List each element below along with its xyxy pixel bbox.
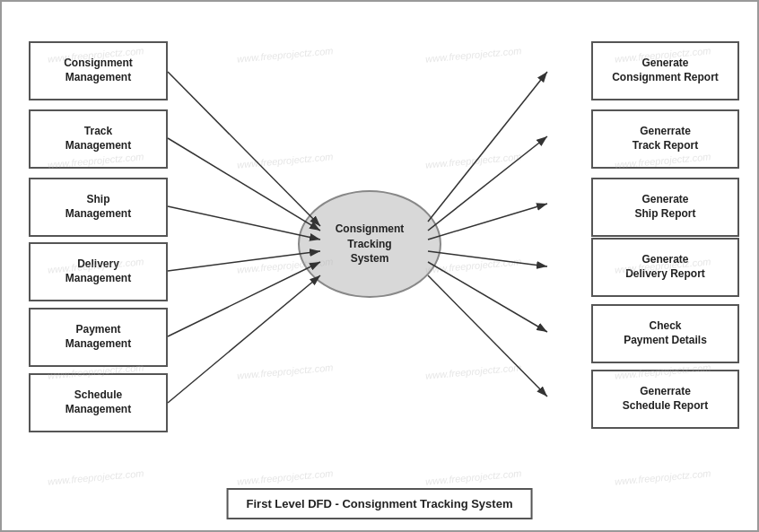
main-container: www.freeprojectz.com www.freeprojectz.co…: [0, 0, 759, 532]
svg-line-11: [428, 262, 547, 332]
svg-line-5: [168, 262, 320, 336]
gen-track-box: GenerrateTrack Report: [591, 109, 739, 169]
gen-ship-label: GenerateShip Report: [635, 193, 696, 221]
track-mgmt-box: TrackManagement: [29, 109, 168, 169]
center-label: ConsignmentTrackingSystem: [336, 222, 405, 266]
gen-ship-box: GenerateShip Report: [591, 178, 739, 237]
svg-line-1: [168, 72, 320, 226]
track-mgmt-label: TrackManagement: [65, 125, 131, 153]
consignment-mgmt-label: ConsignmentManagement: [64, 57, 133, 84]
delivery-mgmt-box: DeliveryManagement: [29, 242, 168, 301]
svg-line-8: [428, 136, 547, 231]
check-payment-box: CheckPayment Details: [591, 304, 739, 363]
payment-mgmt-label: PaymentManagement: [65, 323, 131, 351]
gen-schedule-label: GenerrateSchedule Report: [623, 385, 708, 413]
schedule-mgmt-box: ScheduleManagement: [29, 373, 168, 432]
check-payment-label: CheckPayment Details: [624, 319, 707, 347]
svg-line-3: [168, 206, 320, 240]
gen-consignment-box: GenerateConsignment Report: [591, 41, 739, 100]
bottom-label: First Level DFD - Consignment Tracking S…: [227, 488, 533, 519]
svg-line-10: [428, 251, 547, 266]
svg-line-6: [168, 275, 320, 403]
gen-consignment-label: GenerateConsignment Report: [612, 57, 719, 84]
bottom-label-text: First Level DFD - Consignment Tracking S…: [247, 497, 513, 510]
ship-mgmt-box: ShipManagement: [29, 178, 168, 237]
gen-track-label: GenerrateTrack Report: [632, 125, 698, 153]
svg-line-12: [428, 275, 547, 397]
gen-schedule-box: GenerrateSchedule Report: [591, 370, 739, 429]
gen-delivery-box: GenerateDelivery Report: [591, 238, 739, 297]
svg-line-9: [428, 204, 547, 240]
payment-mgmt-box: PaymentManagement: [29, 308, 168, 367]
svg-line-7: [428, 72, 547, 222]
gen-delivery-label: GenerateDelivery Report: [625, 253, 705, 281]
ship-mgmt-label: ShipManagement: [65, 193, 131, 221]
center-circle: ConsignmentTrackingSystem: [298, 190, 441, 298]
schedule-mgmt-label: ScheduleManagement: [65, 388, 131, 416]
svg-line-4: [168, 251, 320, 271]
delivery-mgmt-label: DeliveryManagement: [65, 257, 131, 285]
svg-line-2: [168, 138, 320, 231]
consignment-mgmt-box: ConsignmentManagement: [29, 41, 168, 100]
